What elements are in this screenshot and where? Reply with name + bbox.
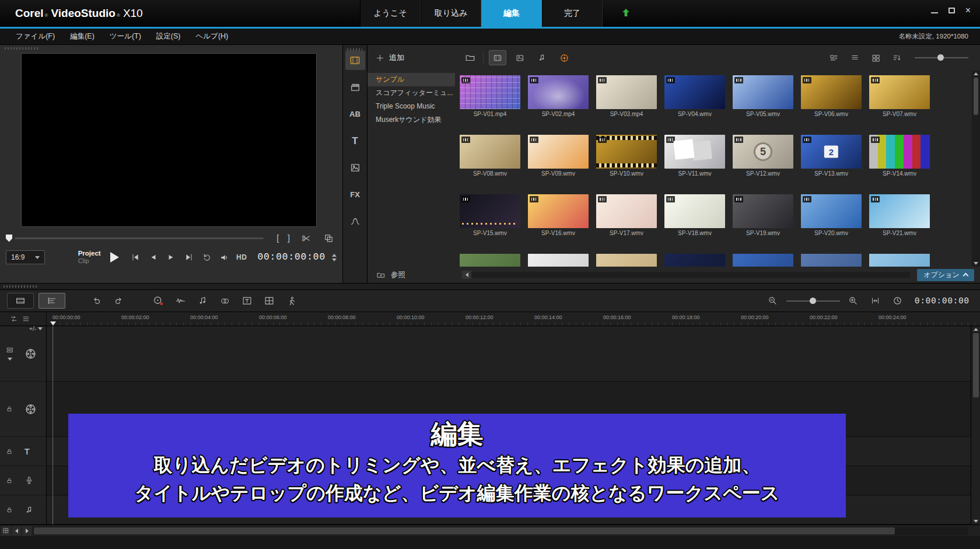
library-thumbnail[interactable]: SP-V15.wmv bbox=[460, 194, 520, 236]
volume-button[interactable] bbox=[218, 251, 231, 264]
track-zoom-control[interactable]: +/- bbox=[29, 326, 43, 332]
title-track-header[interactable]: T bbox=[0, 437, 46, 466]
record-capture-button[interactable] bbox=[149, 293, 167, 309]
audio-filter-button[interactable] bbox=[534, 51, 550, 65]
end-button[interactable] bbox=[183, 251, 195, 264]
timeline-corner-icon[interactable] bbox=[1, 526, 10, 536]
panel-drag-handle[interactable] bbox=[4, 285, 37, 288]
storyboard-view-button[interactable] bbox=[7, 293, 34, 309]
thumbnail-size-slider[interactable] bbox=[915, 53, 968, 62]
video-track-lane[interactable] bbox=[47, 326, 971, 382]
scroll-up-icon[interactable] bbox=[974, 72, 978, 75]
library-thumbnail[interactable]: SP-V03.mp4 bbox=[596, 75, 657, 117]
video-preview[interactable] bbox=[21, 53, 317, 227]
clip-mode-label[interactable]: Clip bbox=[78, 257, 101, 265]
scrollbar-thumb[interactable] bbox=[974, 78, 978, 115]
zoom-in-icon[interactable] bbox=[845, 293, 862, 309]
library-thumbnail[interactable]: 2 SP-V13.wmv bbox=[801, 135, 862, 177]
scrollbar-track[interactable] bbox=[33, 527, 968, 535]
project-mode-label[interactable]: Project bbox=[78, 250, 101, 257]
enlarge-preview-icon[interactable] bbox=[321, 232, 335, 244]
add-folder-button[interactable]: 追加 bbox=[376, 53, 457, 63]
undo-button[interactable] bbox=[88, 293, 105, 309]
zoom-out-icon[interactable] bbox=[764, 293, 782, 309]
grid-view-button[interactable] bbox=[868, 51, 883, 64]
title-icon[interactable]: T bbox=[345, 131, 365, 151]
menu-item[interactable]: 編集(E) bbox=[62, 29, 102, 44]
track-swap-icon[interactable] bbox=[9, 315, 18, 323]
library-thumbnail-partial[interactable] bbox=[596, 254, 657, 267]
auto-music-button[interactable] bbox=[194, 293, 211, 309]
library-thumbnail[interactable]: SP-V06.wmv bbox=[801, 75, 862, 117]
collapse-tracks-icon[interactable] bbox=[8, 358, 12, 361]
music-track-header[interactable] bbox=[0, 495, 46, 524]
ruler-ticks[interactable]: 00:00:00:00 00:00:02:00 00:00:04:00 00:0… bbox=[47, 312, 980, 326]
timeline-horizontal-scrollbar[interactable] bbox=[0, 524, 980, 536]
motion-filter-button[interactable] bbox=[556, 51, 572, 65]
menu-item[interactable]: ヘルプ(H) bbox=[188, 29, 236, 44]
library-thumbnail[interactable]: SP-V17.wmv bbox=[596, 194, 657, 236]
library-thumbnail[interactable]: SP-V01.mp4 bbox=[460, 75, 520, 117]
playhead-line[interactable] bbox=[52, 326, 53, 524]
close-icon[interactable]: × bbox=[965, 6, 971, 15]
lock-icon[interactable] bbox=[6, 477, 13, 484]
green-arrow-icon[interactable] bbox=[621, 8, 631, 18]
menu-item[interactable]: 設定(S) bbox=[149, 29, 188, 44]
timeline-tracks[interactable]: 編集 取り込んだビデオのトリミングや、並べ替え、エフェクト効果の追加、 タイトル… bbox=[47, 326, 971, 524]
scroll-left-icon[interactable] bbox=[12, 526, 21, 536]
library-thumbnail[interactable]: SP-V20.wmv bbox=[801, 194, 862, 236]
scroll-down-icon[interactable] bbox=[974, 262, 978, 265]
playhead-marker[interactable] bbox=[50, 321, 56, 326]
library-thumbnail[interactable]: 5 SP-V12.wmv bbox=[733, 135, 793, 177]
mark-out-icon[interactable]: ] bbox=[288, 233, 290, 243]
video-track-header[interactable] bbox=[0, 326, 46, 382]
menu-item[interactable]: ツール(T) bbox=[102, 29, 149, 44]
video-filter-button[interactable] bbox=[489, 51, 506, 65]
library-thumbnail[interactable]: SP-V10.wmv bbox=[596, 135, 657, 177]
motion-path-icon[interactable] bbox=[345, 212, 365, 231]
library-thumbnail[interactable]: SP-V02.mp4 bbox=[528, 75, 589, 117]
overlay-options-button[interactable] bbox=[216, 293, 233, 309]
track-manager-icon[interactable] bbox=[6, 347, 14, 354]
aspect-ratio-select[interactable]: 16:9 bbox=[6, 250, 45, 264]
instant-project-icon[interactable] bbox=[345, 78, 365, 97]
lock-icon[interactable] bbox=[6, 506, 13, 513]
sound-mixer-button[interactable] bbox=[172, 293, 189, 309]
workspace-tab[interactable]: 取り込み bbox=[421, 0, 481, 27]
panel-drag-handle[interactable] bbox=[5, 47, 38, 50]
library-thumbnail[interactable]: SP-V07.wmv bbox=[869, 75, 930, 117]
mark-in-icon[interactable]: [ bbox=[276, 233, 279, 243]
library-thumbnail[interactable]: SP-V04.wmv bbox=[664, 75, 725, 117]
overlay-track-header[interactable] bbox=[0, 382, 46, 437]
timecode-stepper[interactable] bbox=[332, 254, 337, 261]
media-library-icon[interactable] bbox=[345, 51, 365, 70]
split-screen-template-button[interactable] bbox=[260, 293, 278, 309]
library-thumbnail-partial[interactable] bbox=[801, 254, 862, 267]
workspace-tab[interactable]: 編集 bbox=[481, 0, 542, 27]
filter-icon[interactable]: FX bbox=[345, 185, 365, 204]
minimize-icon[interactable] bbox=[931, 12, 938, 13]
project-duration-button[interactable] bbox=[889, 293, 907, 309]
library-thumbnail[interactable]: SP-V09.wmv bbox=[528, 135, 589, 177]
thumbnail-title-view-button[interactable] bbox=[826, 51, 841, 64]
options-button[interactable]: オプション bbox=[917, 269, 974, 281]
sort-button[interactable] bbox=[889, 51, 904, 64]
hd-badge[interactable]: HD bbox=[236, 253, 247, 261]
browse-button[interactable]: 参照 bbox=[376, 270, 455, 280]
library-category[interactable]: Muserkサウンド効果 bbox=[368, 113, 455, 127]
play-button[interactable] bbox=[106, 249, 124, 265]
library-thumbnail-partial[interactable] bbox=[664, 254, 725, 267]
split-clip-icon[interactable] bbox=[299, 232, 313, 244]
subtitle-editor-button[interactable] bbox=[238, 293, 256, 309]
home-button[interactable] bbox=[129, 251, 142, 264]
library-thumbnail-partial[interactable] bbox=[528, 254, 589, 267]
library-thumbnail-partial[interactable] bbox=[460, 254, 520, 267]
next-frame-button[interactable] bbox=[165, 251, 178, 264]
redo-button[interactable] bbox=[110, 293, 127, 309]
library-thumbnail[interactable]: SP-V08.wmv bbox=[460, 135, 520, 177]
library-thumbnail[interactable]: SP-V19.wmv bbox=[733, 194, 793, 236]
lock-icon[interactable] bbox=[6, 448, 13, 455]
import-media-icon[interactable] bbox=[463, 51, 477, 64]
library-thumbnail[interactable]: SP-V16.wmv bbox=[528, 194, 589, 236]
library-thumbnail[interactable]: SP-V11.wmv bbox=[664, 135, 725, 177]
